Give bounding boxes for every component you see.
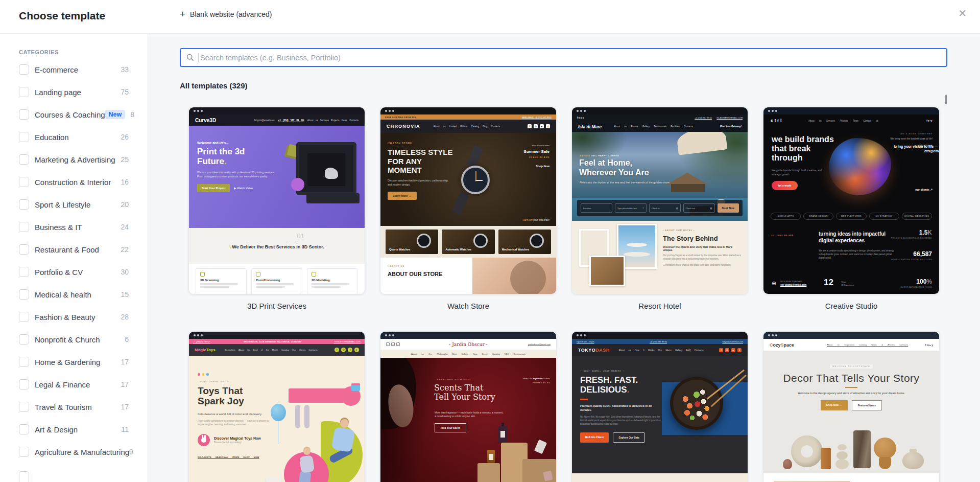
close-icon[interactable]: ✕ [958, 8, 967, 18]
browser-chrome [763, 332, 939, 339]
sidebar-item-landing-page[interactable]: Landing page75 [0, 81, 148, 103]
sidebar-item-courses-coaching[interactable]: Courses & CoachingNew8 [0, 103, 148, 126]
dialog-header: Choose template + Blank website (advance… [0, 0, 980, 34]
social-icons: f y ⊙ ▸ [577, 117, 584, 119]
category-checkbox[interactable] [19, 402, 29, 412]
facebook-icon: f [528, 124, 532, 128]
sidebar-item-sport-lifestyle[interactable]: Sport & Lifestyle20 [0, 193, 148, 216]
sidebar-item-legal-finance[interactable]: Legal & Finance17 [0, 373, 148, 396]
category-checkbox[interactable] [19, 447, 29, 457]
category-checkbox[interactable] [19, 132, 29, 142]
sidebar-item-ecommerce[interactable]: E-commerce33 [0, 58, 148, 81]
category-checkbox[interactable] [19, 267, 29, 277]
category-count: 26 [121, 133, 129, 141]
browser-chrome [380, 107, 556, 114]
template-title: 3D Print Services [188, 302, 365, 310]
template-title: Resort Hotel [571, 302, 748, 310]
category-count: 33 [121, 65, 129, 74]
categories-sidebar: CATEGORIES E-commerce33 Landing page75 C… [0, 34, 148, 482]
browser-chrome [763, 107, 939, 114]
templates-count-heading: All templates (329) [180, 81, 947, 90]
category-checkbox[interactable] [19, 177, 29, 187]
chevron-down-icon: ˅ [642, 207, 644, 210]
category-checkbox[interactable] [19, 379, 29, 389]
template-card-creative-studio[interactable]: ctrlAbout us Services Projects Team Cont… [763, 107, 940, 331]
category-checkbox[interactable] [19, 334, 29, 345]
plus-icon: + [180, 9, 185, 19]
search-placeholder: Search templates (e.g. Business, Portfol… [200, 54, 341, 62]
template-card-3d-print-services[interactable]: Curve3D 3d.print@email.com+1 (234) 567 8… [188, 107, 365, 331]
browser-chrome [572, 107, 748, 114]
browser-chrome [380, 332, 556, 339]
sidebar-item-construction-interior[interactable]: Construction & Interior16 [0, 171, 148, 193]
category-checkbox[interactable] [19, 289, 29, 300]
search-input[interactable]: Search templates (e.g. Business, Portfol… [180, 48, 947, 67]
sidebar-item-agriculture-manufacturing[interactable]: Agriculture & Manufacturing9 [0, 441, 148, 463]
category-checkbox[interactable] [19, 199, 29, 210]
template-card-tokyodash[interactable]: Open 8 am - 10 pm+1 (234) 567 89 00tokyo… [571, 331, 748, 482]
sidebar-item-partial[interactable] [0, 463, 148, 482]
sidebar-item-home-gardening[interactable]: Home & Gardening17 [0, 351, 148, 373]
instagram-icon: ⊙ [534, 124, 538, 128]
category-checkbox[interactable] [19, 312, 29, 322]
category-checkbox[interactable] [19, 154, 29, 165]
sidebar-item-fashion-beauty[interactable]: Fashion & Beauty28 [0, 306, 148, 328]
category-count: 22 [121, 245, 129, 254]
template-card-jardin-obscur[interactable]: f⊙▸ - Jardin Obscur - jardinobscur@email… [380, 331, 557, 482]
category-count: 75 [121, 88, 129, 96]
facebook-icon: f [334, 348, 339, 352]
category-count: 11 [121, 425, 129, 433]
twitter-icon: t [546, 124, 550, 128]
category-count: 8 [130, 110, 134, 119]
sidebar-item-education[interactable]: Education26 [0, 126, 148, 148]
twitter-icon: t [737, 348, 742, 352]
category-checkbox[interactable] [19, 424, 29, 434]
category-count: 16 [121, 178, 129, 186]
category-count: 17 [121, 358, 129, 366]
category-checkbox[interactable] [19, 109, 29, 120]
category-checkbox[interactable] [19, 87, 29, 97]
template-card-resort-hotel[interactable]: f y ⊙ ▸ +1 (234) 567 89 00ISLADIMARE@EMA… [571, 107, 748, 331]
category-count: 17 [121, 403, 129, 411]
category-count: 24 [121, 223, 129, 231]
instagram-icon: ⊙ [341, 348, 346, 352]
twitter-icon: t [348, 348, 352, 352]
facebook-icon: f [719, 348, 723, 352]
sidebar-item-restaurant-food[interactable]: Restaurant & Food22 [0, 238, 148, 261]
calendar-icon: ▦ [676, 207, 678, 210]
sidebar-item-business-it[interactable]: Business & IT24 [0, 216, 148, 238]
template-title: Creative Studio [763, 302, 940, 310]
sidebar-item-portfolio-cv[interactable]: Portfolio & CV30 [0, 261, 148, 283]
template-card-magictoys[interactable]: +1 (234) 567 89 00SHOWROOM: 123A KENMONT… [188, 331, 365, 482]
sidebar-item-marketing-advertising[interactable]: Marketing & Advertising25 [0, 148, 148, 171]
browser-chrome [572, 332, 748, 339]
scrollbar-thumb[interactable] [945, 95, 947, 104]
category-checkbox[interactable] [19, 222, 29, 232]
globe-icon: ⊕ [772, 281, 776, 286]
categories-list: E-commerce33 Landing page75 Courses & Co… [0, 58, 148, 482]
template-card-cozyspace[interactable]: CozySpace About us Inspiration Catalog N… [763, 331, 940, 482]
category-checkbox[interactable] [19, 244, 29, 255]
category-count: 15 [121, 290, 129, 299]
template-card-watch-store[interactable]: FREE SHIPPING FROM $50NEED HELP: +1 (234… [380, 107, 557, 331]
category-checkbox[interactable] [19, 471, 29, 482]
sidebar-item-nonprofit-church[interactable]: Nonprofit & Church6 [0, 328, 148, 351]
instagram-icon: ⊙ [725, 348, 729, 352]
bunny-icon [198, 434, 210, 446]
browser-chrome [189, 107, 365, 114]
category-checkbox[interactable] [19, 64, 29, 75]
templates-panel: Search templates (e.g. Business, Portfol… [148, 34, 980, 482]
sidebar-item-travel-tourism[interactable]: Travel & Tourism17 [0, 396, 148, 418]
category-count: 28 [121, 313, 129, 321]
sidebar-item-art-design[interactable]: Art & Design11 [0, 418, 148, 441]
blank-website-button[interactable]: + Blank website (advanced) [180, 9, 272, 19]
gradient-blob [829, 138, 891, 195]
search-icon [186, 54, 194, 61]
text-caret [199, 53, 199, 62]
blank-website-label: Blank website (advanced) [190, 10, 272, 18]
page-title: Choose template [19, 10, 105, 22]
sidebar-item-medical-health[interactable]: Medical & health15 [0, 283, 148, 306]
category-count: 9 [129, 448, 133, 456]
templates-grid: Curve3D 3d.print@email.com+1 (234) 567 8… [180, 107, 947, 482]
category-checkbox[interactable] [19, 357, 29, 367]
